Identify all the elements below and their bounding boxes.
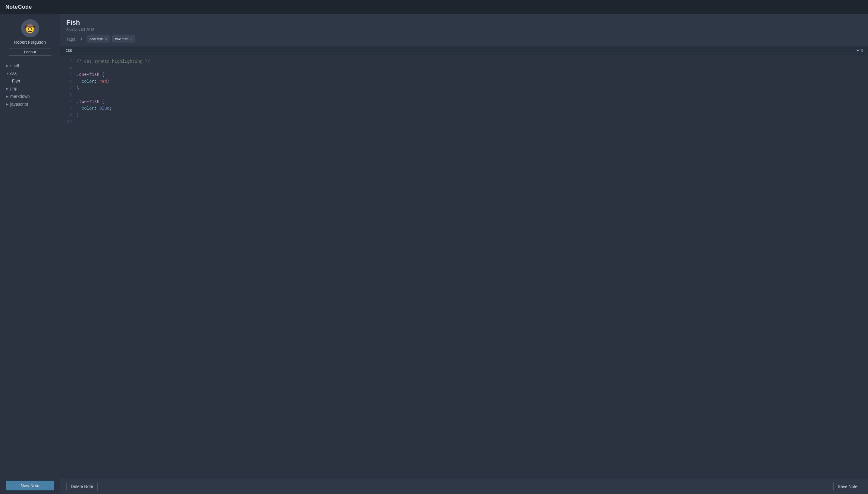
app-header: NoteCode — [0, 0, 868, 14]
line-content-9: } — [76, 112, 79, 118]
line-content-3: .one-fish { — [76, 71, 104, 78]
line-number-2: 2 — [63, 65, 72, 71]
username-label: Robert Ferguson — [14, 40, 46, 44]
code-line-3: 3 .one-fish { — [60, 71, 868, 78]
note-title: Fish — [66, 19, 862, 26]
sidebar: 🤠 Robert Ferguson Logout ▶ shell ▼ css F… — [0, 14, 60, 494]
chevron-right-icon-md: ▶ — [6, 95, 10, 98]
sidebar-item-shell[interactable]: ▶ shell — [4, 62, 56, 70]
sidebar-item-label-javascript: javascript — [10, 102, 28, 107]
sidebar-item-label-php: php — [10, 86, 17, 91]
code-line-6: 6 — [60, 92, 868, 98]
line-number-6: 6 — [63, 92, 72, 98]
note-footer: Delete Note Save Note — [60, 479, 868, 494]
chevron-right-icon-js: ▶ — [6, 102, 10, 106]
main-layout: 🤠 Robert Ferguson Logout ▶ shell ▼ css F… — [0, 14, 868, 494]
tag-chip-one-fish: one fish × — [87, 36, 110, 42]
sidebar-item-markdown[interactable]: ▶ markdown — [4, 92, 56, 100]
sidebar-item-css[interactable]: ▼ css — [4, 70, 56, 77]
logout-button[interactable]: Logout — [9, 48, 51, 56]
line-number-1: 1 — [63, 58, 72, 64]
note-header: Fish Sun Nov 04 2018 Tags + one fish × t… — [60, 14, 868, 46]
code-editor[interactable]: 1 /* css synatx highlighting */ 2 3 .one… — [60, 55, 868, 479]
chevron-down-icon: ▼ — [6, 72, 10, 75]
sidebar-item-label-shell: shell — [10, 63, 19, 68]
tag-label-one-fish: one fish — [90, 37, 103, 41]
line-number-5: 5 — [63, 85, 72, 91]
new-note-button[interactable]: New Note — [6, 481, 54, 490]
sidebar-item-php[interactable]: ▶ php — [4, 84, 56, 92]
sidebar-nav: ▶ shell ▼ css Fish ▶ php ▶ markdown — [0, 62, 60, 477]
line-content-5: } — [76, 85, 79, 92]
tag-chip-two-fish: two fish × — [112, 36, 135, 42]
app-title: NoteCode — [5, 4, 32, 10]
line-number-3: 3 — [63, 71, 72, 78]
tag-add-button[interactable]: + — [79, 36, 85, 42]
line-number-4: 4 — [63, 78, 72, 84]
line-number-7: 7 — [63, 98, 72, 105]
tags-label: Tags — [66, 37, 75, 41]
language-selector-row: css javascript html markdown shell php ⇅ — [60, 46, 868, 55]
line-content-7: .two-fish { — [76, 98, 104, 105]
avatar: 🤠 — [21, 19, 39, 37]
code-line-8: 8 color: blue; — [60, 105, 868, 112]
code-line-4: 4 color: red; — [60, 78, 868, 85]
tag-remove-one-fish[interactable]: × — [105, 37, 108, 41]
code-line-7: 7 .two-fish { — [60, 98, 868, 105]
delete-note-button[interactable]: Delete Note — [66, 482, 98, 491]
code-line-9: 9 } — [60, 112, 868, 118]
select-arrow-icon: ⇅ — [860, 48, 864, 53]
code-line-1: 1 /* css synatx highlighting */ — [60, 58, 868, 65]
line-content-1: /* css synatx highlighting */ — [76, 58, 150, 65]
note-date: Sun Nov 04 2018 — [66, 28, 862, 32]
line-number-8: 8 — [63, 105, 72, 111]
sidebar-item-label-markdown: markdown — [10, 94, 30, 99]
sidebar-item-javascript[interactable]: ▶ javascript — [4, 100, 56, 108]
sidebar-item-label-css: css — [10, 71, 17, 76]
save-note-button[interactable]: Save Note — [833, 482, 862, 491]
code-line-2: 2 — [60, 65, 868, 71]
code-line-10: 10 — [60, 119, 868, 125]
sidebar-subitem-fish[interactable]: Fish — [4, 77, 56, 84]
language-select[interactable]: css javascript html markdown shell php — [65, 48, 860, 53]
chevron-right-icon: ▶ — [6, 64, 10, 68]
tags-row: Tags + one fish × two fish × — [66, 36, 862, 42]
line-content-4: color: red; — [76, 78, 109, 85]
chevron-right-icon-php: ▶ — [6, 87, 10, 91]
line-number-9: 9 — [63, 112, 72, 118]
note-content-area: Fish Sun Nov 04 2018 Tags + one fish × t… — [60, 14, 868, 494]
subitem-label-fish: Fish — [12, 79, 20, 83]
line-number-10: 10 — [63, 119, 72, 125]
tag-remove-two-fish[interactable]: × — [130, 37, 132, 41]
line-content-8: color: blue; — [76, 105, 112, 112]
code-line-5: 5 } — [60, 85, 868, 92]
tag-label-two-fish: two fish — [115, 37, 128, 41]
